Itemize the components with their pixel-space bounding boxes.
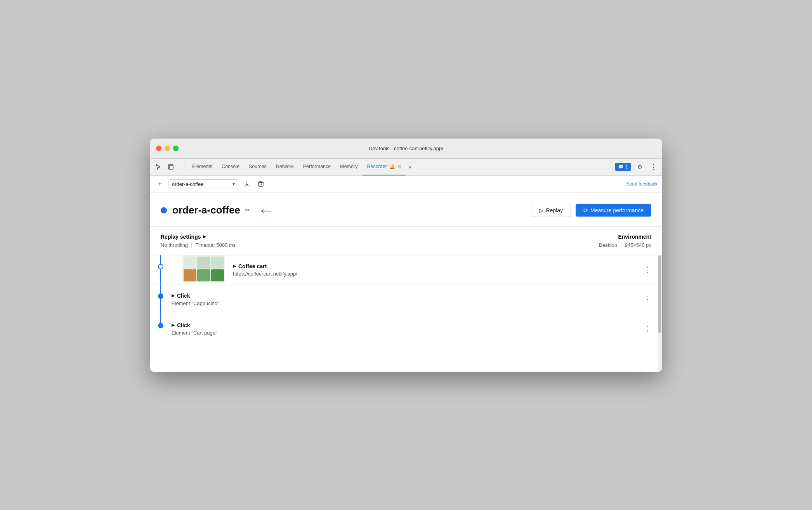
settings-left: Replay settings ▶ No throttling | Timeou… [161,234,236,248]
send-feedback-link[interactable]: Send feedback [626,181,658,187]
thumb-cell-4 [184,269,196,281]
step-thumbnail [182,255,225,283]
measure-icon: ⟳ [583,207,588,213]
recording-header: order-a-coffee ✏ ← ▷ Replay ⟳ Measure pe… [150,193,662,227]
red-arrow-icon: ← [258,202,274,219]
recorder-close-icon[interactable]: ✕ [397,164,401,169]
step-navigate-detail: https://coffee-cart.netlify.app/ [233,271,641,277]
step-click-cartpage: ▶ Click Element "Cart page" ⋮ [150,314,662,343]
step-chevron-icon: ▶ [233,264,236,268]
thumb-cell-2 [197,257,210,269]
scrollbar-thumb[interactable] [658,255,661,333]
delete-icon[interactable] [255,179,266,189]
settings-details: No throttling | Timeout: 5000 ms [161,242,236,248]
step-chevron-icon-2: ▶ [172,293,175,298]
timeline-line-2 [160,285,161,314]
thumbnail-grid [182,255,225,283]
tab-right-actions: 💬 1 ⚙ ⋮ [615,161,659,172]
traffic-lights [156,146,179,151]
inspect-icon[interactable] [165,161,176,172]
recording-title: order-a-coffee [172,204,240,216]
close-button[interactable] [156,146,161,151]
step-dot-click2 [158,323,163,328]
replay-button[interactable]: ▷ Replay [531,204,571,217]
settings-chevron-icon: ▶ [203,234,206,239]
scrollbar[interactable] [658,255,662,372]
svg-rect-0 [168,165,173,169]
more-options-icon[interactable]: ⋮ [648,161,659,172]
replay-settings-toggle[interactable]: Replay settings ▶ [161,234,236,240]
devtools-window: DevTools - coffee-cart.netlify.app/ Elem… [150,139,662,372]
step-navigate-title: ▶ Coffee cart [233,263,641,269]
chat-icon: 💬 [618,164,624,170]
step-click2-title: ▶ Click [172,322,641,328]
step-click-cappucino: ▶ Click Element "Cappucino" ⋮ [150,285,662,314]
step-dot-click1 [158,293,163,299]
window-title: DevTools - coffee-cart.netlify.app/ [369,146,443,151]
tab-console[interactable]: Console [217,158,244,175]
tab-recorder[interactable]: Recorder 🔔 ✕ [362,158,406,175]
add-recording-button[interactable]: + [154,179,165,189]
titlebar: DevTools - coffee-cart.netlify.app/ [150,139,662,159]
chevron-down-icon: ▾ [232,181,235,187]
timeline-click2 [150,314,172,343]
thumb-cell-1 [184,257,196,269]
step-chevron-icon-3: ▶ [172,323,175,327]
recording-status-indicator [161,207,167,213]
recorder-bell-icon: 🔔 [389,164,395,169]
main-content: order-a-coffee ✏ ← ▷ Replay ⟳ Measure pe… [150,193,662,372]
svg-rect-1 [259,182,263,186]
settings-right: Environment Desktop | 945×546 px [599,234,651,248]
timeline-click1 [150,285,172,314]
step-click1-content: ▶ Click Element "Cappucino" [172,285,641,314]
devtools-tab-bar: Elements Console Sources Network Perform… [150,159,662,176]
step-click1-detail: Element "Cappucino" [172,300,641,306]
environment-details: Desktop | 945×546 px [599,242,651,248]
cursor-icon[interactable] [153,161,164,172]
timeline-navigate [150,255,172,284]
play-icon: ▷ [539,207,543,213]
edit-recording-icon[interactable]: ✏ [245,206,250,214]
timeline-line-3 [160,314,161,323]
minimize-button[interactable] [165,146,170,151]
recording-dropdown[interactable]: order-a-coffee ▾ [168,179,238,189]
recording-select-text: order-a-coffee [172,181,229,187]
thumb-cell-5 [197,269,210,281]
tab-separator [184,163,184,171]
tab-performance[interactable]: Performance [298,158,336,175]
environment-label: Environment [599,234,651,240]
measure-performance-button[interactable]: ⟳ Measure performance [576,204,651,217]
thumb-cell-3 [211,257,224,269]
tab-sources[interactable]: Sources [244,158,271,175]
step-click2-content: ▶ Click Element "Cart page" [172,314,641,343]
more-tabs-button[interactable]: » [406,158,414,175]
steps-container: ▶ Coffee cart https://coffee-cart.netlif… [150,255,662,372]
recorder-toolbar: + order-a-coffee ▾ Send feedback [150,176,662,193]
tab-elements[interactable]: Elements [187,158,217,175]
step-dot-navigate [158,264,163,269]
settings-bar: Replay settings ▶ No throttling | Timeou… [150,227,662,255]
tab-memory[interactable]: Memory [335,158,362,175]
header-actions: ▷ Replay ⟳ Measure performance [531,204,651,217]
tab-network[interactable]: Network [271,158,298,175]
tab-icon-group [153,161,176,172]
maximize-button[interactable] [173,146,179,151]
step-click2-detail: Element "Cart page" [172,330,641,336]
chat-badge[interactable]: 💬 1 [615,163,631,171]
settings-icon[interactable]: ⚙ [634,161,645,172]
step-navigate-content: ▶ Coffee cart https://coffee-cart.netlif… [233,255,641,284]
step-navigate: ▶ Coffee cart https://coffee-cart.netlif… [150,255,662,285]
download-icon[interactable] [241,179,252,189]
thumb-cell-6 [211,269,224,281]
timeline-line-1 [160,255,161,284]
step-click1-title: ▶ Click [172,293,641,299]
